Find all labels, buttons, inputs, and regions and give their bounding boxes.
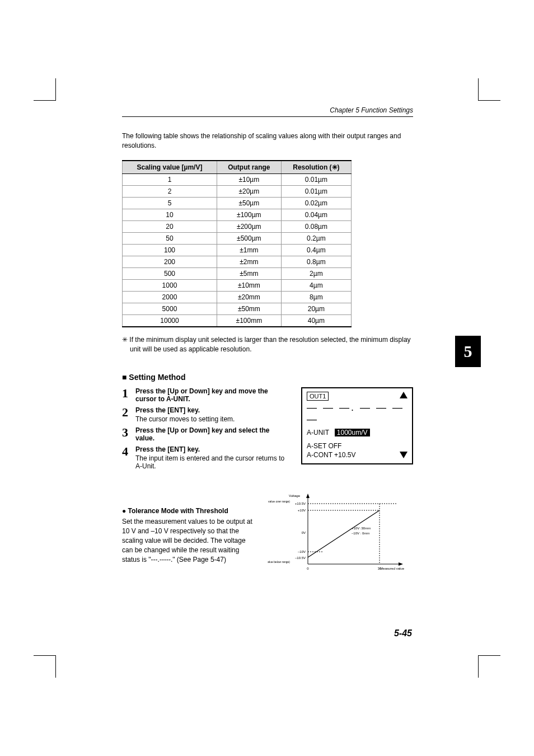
table-cell: ±100mm (217, 314, 281, 327)
col-header-resolution: Resolution (✳) (281, 161, 351, 174)
table-cell: ±1mm (217, 244, 281, 256)
table-cell: ±50mm (217, 303, 281, 314)
tolerance-heading: Tolerance Mode with Threshold (122, 507, 256, 515)
table-cell: 40µm (281, 314, 351, 327)
table-cell: 1000 (123, 279, 217, 291)
step-title: Press the [Up or Down] key and move the … (135, 387, 290, 403)
lcd-out-label: OUT1 (307, 392, 329, 401)
table-cell: 0.2µm (281, 232, 351, 244)
table-row: 200±2mm0.8µm (123, 256, 352, 267)
table-cell: 5 (123, 197, 217, 209)
step-3: 3 Press the [Up or Down] key and select … (122, 426, 290, 442)
svg-marker-3 (306, 494, 310, 498)
triangle-down-icon (400, 452, 407, 460)
table-cell: ±50µm (217, 197, 281, 209)
table-cell: 10000 (123, 314, 217, 327)
svg-marker-5 (399, 562, 403, 566)
table-row: 50±500µm0.2µm (123, 232, 352, 244)
steps-list: 1 Press the [Up or Down] key and move th… (122, 387, 290, 473)
table-cell: 0.01µm (281, 185, 351, 197)
table-cell: 0.8µm (281, 256, 351, 267)
table-cell: 100 (123, 244, 217, 256)
voltage-diagram: Voltage (Positive value over range) +10.… (268, 490, 413, 576)
table-row: 1000±10mm4µm (123, 279, 352, 291)
svg-marker-0 (400, 392, 407, 398)
lcd-aunit-label: A-UNIT (307, 429, 329, 436)
table-cell: ±20µm (217, 185, 281, 197)
step-number: 4 (122, 445, 131, 470)
table-row: 2000±20mm8µm (123, 291, 352, 303)
table-cell: 200 (123, 256, 217, 267)
step-title: Press the [ENT] key. (135, 445, 290, 453)
tolerance-body: Set the measurement values to be output … (122, 517, 256, 564)
table-cell: 2000 (123, 291, 217, 303)
lcd-aset-row: A-SET OFF (307, 442, 407, 450)
svg-text:–10.5V: –10.5V (295, 556, 306, 560)
step-desc: The input item is entered and the cursor… (135, 454, 290, 470)
lcd-dashes: — — —. — — — — (307, 402, 407, 425)
svg-text:+10V :30mm: +10V :30mm (352, 527, 371, 530)
step-number: 2 (122, 406, 131, 423)
table-cell: ±500µm (217, 232, 281, 244)
svg-text:–10V :  0mm: –10V : 0mm (352, 532, 369, 535)
table-cell: 10 (123, 209, 217, 220)
lcd-display: OUT1 — — —. — — — — A-UNIT 1000um/V A-SE… (301, 387, 413, 464)
table-row: 10000±100mm40µm (123, 314, 352, 327)
page-number: 5-45 (394, 628, 412, 638)
step-4: 4 Press the [ENT] key. The input item is… (122, 445, 290, 470)
table-row: 20±200µm0.08µm (123, 220, 352, 232)
step-desc: The cursor moves to setting item. (135, 415, 290, 423)
table-cell: ±20mm (217, 291, 281, 303)
table-cell: 500 (123, 267, 217, 279)
table-cell: ±10mm (217, 279, 281, 291)
step-title: Press the [Up or Down] key and select th… (135, 426, 290, 442)
table-cell: 4µm (281, 279, 351, 291)
col-header-output: Output range (217, 161, 281, 174)
step-title: Press the [ENT] key. (135, 406, 290, 414)
table-cell: 2 (123, 185, 217, 197)
table-row: 1±10µm0.01µm (123, 173, 352, 185)
table-row: 10±100µm0.04µm (123, 209, 352, 220)
table-cell: ±2mm (217, 256, 281, 267)
svg-text:+10.5V: +10.5V (295, 502, 306, 505)
crop-mark-tr (478, 78, 500, 101)
table-cell: 8µm (281, 291, 351, 303)
table-row: 5000±50mm20µm (123, 303, 352, 314)
table-row: 100±1mm0.4µm (123, 244, 352, 256)
table-cell: 0.08µm (281, 220, 351, 232)
step-1: 1 Press the [Up or Down] key and move th… (122, 387, 290, 403)
table-cell: ±5mm (217, 267, 281, 279)
chapter-header: Chapter 5 Function Settings (122, 106, 413, 117)
table-cell: 0.01µm (281, 173, 351, 185)
table-cell: 0.04µm (281, 209, 351, 220)
svg-text:Measured value: Measured value (380, 567, 404, 570)
crop-mark-tl (34, 78, 56, 101)
table-cell: 2µm (281, 267, 351, 279)
svg-text:Voltage: Voltage (289, 494, 301, 497)
scaling-table: Scaling value [µm/V] Output range Resolu… (122, 160, 352, 327)
table-cell: 0.02µm (281, 197, 351, 209)
intro-text: The following table shows the relationsh… (122, 132, 413, 151)
table-row: 500±5mm2µm (123, 267, 352, 279)
step-2: 2 Press the [ENT] key. The cursor moves … (122, 406, 290, 423)
svg-text:0V: 0V (302, 531, 306, 534)
crop-mark-bl (34, 655, 56, 678)
col-header-scaling: Scaling value [µm/V] (123, 161, 217, 174)
svg-text:–10V: –10V (298, 550, 306, 553)
table-cell: ±10µm (217, 173, 281, 185)
table-footnote: ✳ If the minimum display unit selected i… (122, 335, 413, 354)
section-heading-setting-method: Setting Method (122, 373, 413, 382)
table-cell: 50 (123, 232, 217, 244)
svg-text:(Negative value below range): (Negative value below range) (268, 560, 290, 564)
table-cell: 5000 (123, 303, 217, 314)
table-cell: 20 (123, 220, 217, 232)
lcd-aunit-value: 1000um/V (335, 429, 370, 436)
triangle-up-icon (400, 392, 407, 400)
crop-mark-br (478, 655, 500, 678)
table-cell: ±100µm (217, 209, 281, 220)
step-number: 1 (122, 387, 131, 403)
table-cell: 0.4µm (281, 244, 351, 256)
svg-text:+10V: +10V (298, 509, 306, 512)
table-row: 2±20µm0.01µm (123, 185, 352, 197)
table-cell: ±200µm (217, 220, 281, 232)
